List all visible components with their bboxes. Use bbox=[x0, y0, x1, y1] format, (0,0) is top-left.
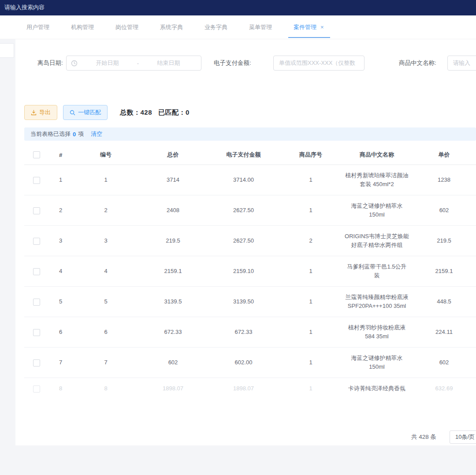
cell-total-price: 3139.5 bbox=[139, 287, 207, 317]
selection-bar: 当前表格已选择 0 项 清空 bbox=[24, 127, 476, 141]
amount-input[interactable]: 单值或范围XXX-XXX（仅整数 bbox=[273, 56, 364, 71]
cell-total-price: 219.5 bbox=[139, 226, 207, 256]
tab-label: 案件管理 bbox=[294, 23, 316, 31]
selection-prefix: 当前表格已选择 bbox=[30, 130, 71, 138]
cell-total-price: 2408 bbox=[139, 195, 207, 226]
cell-epay-amount: 1898.07 bbox=[207, 378, 280, 400]
export-button-label: 导出 bbox=[39, 108, 51, 116]
product-name-input[interactable]: 请输入 bbox=[447, 56, 476, 71]
row-checkbox[interactable] bbox=[33, 359, 40, 367]
cell-epay-amount: 3139.50 bbox=[207, 287, 280, 317]
tab[interactable]: 岗位管理 bbox=[115, 15, 138, 39]
search-icon bbox=[70, 110, 75, 116]
row-checkbox[interactable] bbox=[33, 329, 40, 336]
clear-selection-link[interactable]: 清空 bbox=[91, 130, 102, 138]
match-button-label: 一键匹配 bbox=[78, 108, 101, 116]
table-row: 1 1 3714 3714.00 1 植村秀新琥珀臻萃洁颜油套装 450ml*2… bbox=[24, 165, 476, 195]
tab[interactable]: 系统字典 bbox=[160, 15, 183, 39]
column-header: 编号 bbox=[73, 145, 139, 165]
column-header: 商品序号 bbox=[280, 145, 342, 165]
row-checkbox[interactable] bbox=[33, 238, 40, 245]
date-range-separator: - bbox=[135, 60, 141, 67]
pagination-footer: 共 428 条 10条/页 bbox=[15, 430, 476, 444]
cell-total-price: 1898.07 bbox=[139, 378, 207, 400]
cell-product-name: 海蓝之谜修护精萃水 150ml bbox=[342, 348, 412, 378]
toolbar: 导出 一键匹配 总数：428已匹配：0 bbox=[24, 105, 190, 120]
cell-code: 3 bbox=[73, 226, 139, 256]
cell-code: 4 bbox=[73, 256, 139, 287]
cell-unit-price: 1238 bbox=[412, 165, 476, 195]
row-checkbox[interactable] bbox=[33, 177, 40, 184]
total-label: 总数： bbox=[120, 108, 141, 116]
download-icon bbox=[31, 110, 37, 116]
table-row: 2 2 2408 2627.50 1 海蓝之谜修护精萃水 150ml 602 bbox=[24, 195, 476, 226]
clock-icon bbox=[71, 60, 78, 67]
cell-epay-amount: 672.33 bbox=[207, 317, 280, 348]
cell-code: 1 bbox=[73, 165, 139, 195]
select-all-checkbox[interactable] bbox=[33, 151, 40, 158]
export-button[interactable]: 导出 bbox=[24, 105, 57, 120]
cell-index: 6 bbox=[48, 317, 73, 348]
amount-placeholder: 单值或范围XXX-XXX（仅整数 bbox=[279, 59, 355, 67]
tab[interactable]: 业务字典 bbox=[205, 15, 227, 39]
table-row: 7 7 602 602.00 1 海蓝之谜修护精萃水 150ml 602 bbox=[24, 348, 476, 378]
tab[interactable]: 机构管理 bbox=[71, 15, 94, 39]
selection-suffix: 项 bbox=[78, 130, 84, 138]
table-row: 6 6 672.33 672.33 1 植村秀羽纱持妆粉底液 584 35ml … bbox=[24, 317, 476, 348]
product-name-placeholder: 请输入 bbox=[453, 59, 470, 67]
row-checkbox[interactable] bbox=[33, 207, 40, 214]
cell-total-price: 3714 bbox=[139, 165, 207, 195]
cell-epay-amount: 2159.10 bbox=[207, 256, 280, 287]
tab-label: 业务字典 bbox=[205, 23, 227, 31]
global-search-input[interactable]: 请输入搜索内容 bbox=[4, 4, 45, 11]
tab-bar: 用户管理 机构管理 岗位管理 系统字典 业务字典 菜单管理 案件管理 × bbox=[0, 15, 476, 39]
cell-index: 4 bbox=[48, 256, 73, 287]
column-header: 电子支付金额 bbox=[207, 145, 280, 165]
page-size-select[interactable]: 10条/页 bbox=[450, 430, 476, 444]
tab-label: 菜单管理 bbox=[249, 23, 272, 31]
cell-epay-amount: 602.00 bbox=[207, 348, 280, 378]
match-stats: 总数：428已匹配：0 bbox=[120, 108, 190, 117]
tab-close-icon[interactable]: × bbox=[320, 24, 324, 30]
date-filter-label: 离岛日期: bbox=[37, 56, 63, 71]
column-header: 总价 bbox=[139, 145, 207, 165]
cell-epay-amount: 2627.50 bbox=[207, 226, 280, 256]
cell-product-name: ORIGINS韦博士灵芝焕能好底子精华水两件组 bbox=[342, 226, 412, 256]
cell-unit-price: 448.5 bbox=[412, 287, 476, 317]
row-checkbox[interactable] bbox=[33, 299, 40, 306]
header-checkbox-cell bbox=[24, 145, 48, 165]
date-start-placeholder[interactable]: 开始日期 bbox=[79, 59, 135, 67]
date-range-picker[interactable]: 开始日期 - 结束日期 bbox=[66, 56, 201, 71]
tab-label: 机构管理 bbox=[71, 23, 94, 31]
tab[interactable]: 用户管理 bbox=[26, 15, 49, 39]
cell-index: 7 bbox=[48, 348, 73, 378]
cell-total-price: 2159.1 bbox=[139, 256, 207, 287]
data-table: #编号总价电子支付金额商品序号商品中文名称单价 1 1 3714 3714.00… bbox=[24, 145, 476, 399]
total-value: 428 bbox=[141, 108, 152, 116]
content-card: 离岛日期: 开始日期 - 结束日期 电子支付金额: 单值或范围XXX-XXX（仅… bbox=[15, 39, 476, 445]
column-header: 单价 bbox=[412, 145, 476, 165]
cell-product-seq: 2 bbox=[280, 226, 342, 256]
cell-index: 8 bbox=[48, 378, 73, 400]
date-end-placeholder[interactable]: 结束日期 bbox=[141, 59, 197, 67]
cell-product-seq: 1 bbox=[280, 348, 342, 378]
cell-unit-price: 219.5 bbox=[412, 226, 476, 256]
cell-total-price: 602 bbox=[139, 348, 207, 378]
cell-unit-price: 632.69 bbox=[412, 378, 476, 400]
cell-epay-amount: 3714.00 bbox=[207, 165, 280, 195]
matched-label: 已匹配： bbox=[158, 108, 186, 116]
matched-value: 0 bbox=[186, 108, 190, 116]
cell-product-seq: 1 bbox=[280, 165, 342, 195]
cell-unit-price: 602 bbox=[412, 195, 476, 226]
tab[interactable]: 菜单管理 bbox=[249, 15, 272, 39]
row-checkbox[interactable] bbox=[33, 385, 40, 393]
cell-product-name: 海蓝之谜修护精萃水 150ml bbox=[342, 195, 412, 226]
cell-unit-price: 2159.1 bbox=[412, 256, 476, 287]
column-header: 商品中文名称 bbox=[342, 145, 412, 165]
row-checkbox[interactable] bbox=[33, 268, 40, 275]
table-row: 5 5 3139.5 3139.50 1 兰蔻菁纯臻颜精华粉底液SPF20PA+… bbox=[24, 287, 476, 317]
one-click-match-button[interactable]: 一键匹配 bbox=[63, 105, 108, 120]
cell-code: 5 bbox=[73, 287, 139, 317]
cell-code: 6 bbox=[73, 317, 139, 348]
tab[interactable]: 案件管理 × bbox=[294, 15, 324, 39]
